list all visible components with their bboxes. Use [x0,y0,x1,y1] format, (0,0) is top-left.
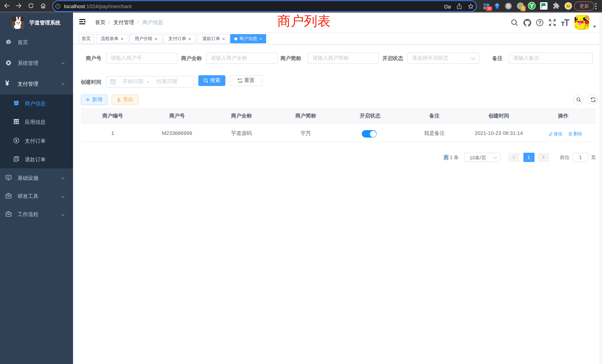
svg-text:⌘: ⌘ [506,3,511,9]
svg-text:¥: ¥ [15,138,18,143]
